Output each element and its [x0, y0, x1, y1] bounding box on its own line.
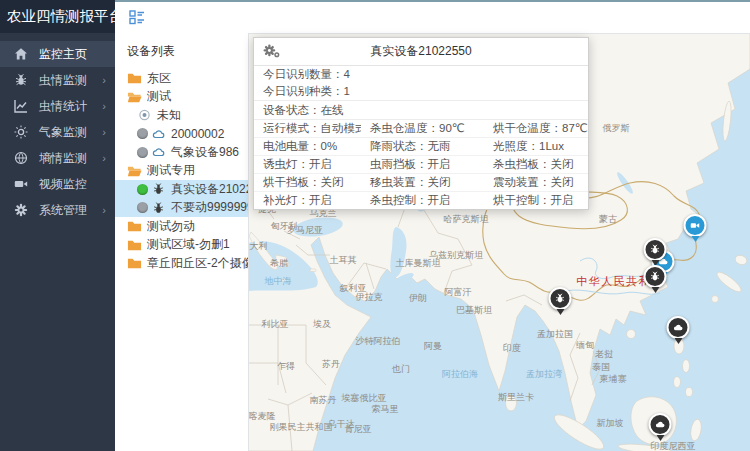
status-dot [137, 128, 148, 139]
tree-item-icon [127, 256, 142, 270]
status-dot [137, 184, 148, 195]
sidebar-item-label: 虫情监测 [39, 72, 87, 89]
sidebar-item[interactable]: 监控主页 › [0, 41, 115, 67]
detail-row: 电池电量：0% 降雨状态：无雨 光照度：1Lux [254, 138, 588, 156]
tree-item[interactable]: 未知 [115, 106, 248, 125]
tree-item-label: 不要动99999999 [171, 199, 248, 216]
sidebar-menu: 监控主页 › 虫情监测 › 虫情统计 › 气象监测 › 墒情监测 › 视频监控 [0, 33, 115, 223]
tree-item[interactable]: 测试勿动 [115, 217, 248, 236]
top-accent-strip [115, 0, 750, 2]
tree-item-label: 测试勿动 [147, 218, 195, 235]
tree-item-icon [127, 90, 142, 104]
tree-item[interactable]: 章丘阳丘区-2个摄像头 [115, 254, 248, 273]
sidebar-item[interactable]: 虫情监测 › [0, 67, 115, 93]
chevron-right-icon: › [102, 74, 106, 86]
popup-detail-grid: 运行模式：自动模式 杀虫仓温度：90℃ 烘干仓温度：87℃ 电池电量：0% 降雨… [254, 120, 588, 209]
sidebar-item-icon [14, 73, 28, 87]
detail-cell: 光照度：1Lux [484, 138, 588, 155]
marker-glyph-icon [555, 293, 566, 304]
tree-item-label: 章丘阳丘区-2个摄像头 [147, 255, 248, 272]
detail-cell: 烘干控制：开启 [484, 192, 588, 209]
summary-row: 今日识别种类：1 [254, 83, 588, 100]
detail-row: 补光灯：开启 杀虫控制：开启 烘干控制：开启 [254, 192, 588, 209]
marker-glyph-icon [655, 419, 666, 430]
device-list-title: 设备列表 [115, 33, 248, 69]
chevron-right-icon: › [102, 204, 106, 216]
map-marker-pin[interactable] [649, 413, 672, 436]
map-marker-pin[interactable] [684, 214, 707, 237]
detail-cell: 降雨状态：无雨 [361, 138, 484, 155]
tree-item[interactable]: 真实设备21022550 [115, 180, 248, 199]
tree-item[interactable]: 测试区域-勿删1 [115, 236, 248, 255]
tree-item-icon [127, 71, 142, 85]
sidebar-item-label: 视频监控 [39, 176, 87, 193]
map-marker-pin[interactable] [644, 265, 667, 288]
tree-item-label: 未知 [157, 107, 181, 124]
marker-glyph-icon [690, 220, 701, 231]
detail-row: 运行模式：自动模式 杀虫仓温度：90℃ 烘干仓温度：87℃ [254, 120, 588, 138]
tree-item-icon [137, 108, 152, 122]
chevron-right-icon: › [102, 152, 106, 164]
status-dot [137, 202, 148, 213]
map-marker-pin[interactable] [667, 316, 690, 339]
tree-item[interactable]: 东区 [115, 69, 248, 88]
top-bar [115, 0, 750, 34]
marker-glyph-icon [650, 244, 661, 255]
sidebar-item-icon [14, 151, 28, 165]
sidebar-item-icon [14, 47, 28, 61]
tree-item[interactable]: 测试专用 [115, 162, 248, 181]
device-tree: 东区 测试 未知 20000002 气象设备986 测试专用 [115, 69, 248, 273]
tree-item-icon [151, 145, 166, 159]
detail-cell: 杀虫挡板：关闭 [484, 156, 588, 173]
tree-item[interactable]: 不要动99999999 [115, 199, 248, 218]
sidebar-item[interactable]: 虫情统计 › [0, 93, 115, 119]
sidebar-item[interactable]: 系统管理 › [0, 197, 115, 223]
device-list-panel: 设备列表 东区 测试 未知 20000002 气象设备986 [115, 33, 249, 451]
tree-item-label: 测试区域-勿删1 [147, 236, 230, 253]
detail-cell: 震动装置：关闭 [484, 174, 588, 191]
tree-item-label: 东区 [147, 70, 171, 87]
detail-cell: 诱虫灯：开启 [254, 156, 361, 173]
detail-cell: 杀虫控制：开启 [361, 192, 484, 209]
map-marker-pin[interactable] [549, 287, 572, 310]
tree-item-label: 测试 [147, 88, 171, 105]
sidebar-item[interactable]: 气象监测 › [0, 119, 115, 145]
tree-item-label: 测试专用 [147, 162, 195, 179]
sidebar-item-icon [14, 177, 28, 191]
tree-item-label: 真实设备21022550 [171, 181, 248, 198]
popup-device-title: 真实设备21022550 [254, 43, 588, 60]
settings-gear-icon[interactable] [263, 44, 280, 59]
map-marker-pin[interactable] [644, 238, 667, 261]
device-info-popup: 真实设备21022550 今日识别数量：4今日识别种类：1 设备状态：在线 运行… [253, 37, 589, 210]
detail-cell: 电池电量：0% [254, 138, 361, 155]
popup-summary: 今日识别数量：4今日识别种类：1 [254, 66, 588, 100]
sidebar-item-label: 墒情监测 [39, 150, 87, 167]
sidebar-item-label: 气象监测 [39, 124, 87, 141]
sidebar-item[interactable]: 墒情监测 › [0, 145, 115, 171]
marker-glyph-icon [650, 271, 661, 282]
sidebar-item-label: 虫情统计 [39, 98, 87, 115]
popup-header: 真实设备21022550 [254, 38, 588, 66]
tree-item[interactable]: 气象设备986 [115, 143, 248, 162]
detail-cell: 补光灯：开启 [254, 192, 361, 209]
chevron-right-icon: › [102, 126, 106, 138]
detail-cell: 虫雨挡板：开启 [361, 156, 484, 173]
detail-cell: 杀虫仓温度：90℃ [361, 120, 484, 137]
tree-item[interactable]: 20000002 [115, 125, 248, 144]
summary-row: 今日识别数量：4 [254, 66, 588, 83]
sidebar-item-label: 系统管理 [39, 202, 87, 219]
detail-row: 烘干挡板：关闭 移虫装置：关闭 震动装置：关闭 [254, 174, 588, 192]
detail-cell: 烘干仓温度：87℃ [484, 120, 588, 137]
device-status-row: 设备状态：在线 [254, 100, 588, 120]
list-view-icon[interactable] [129, 9, 145, 25]
tree-item[interactable]: 测试 [115, 88, 248, 107]
tree-item-icon [127, 219, 142, 233]
tree-item-icon [151, 182, 166, 196]
sidebar-item-label: 监控主页 [39, 46, 87, 63]
sidebar-item-icon [14, 203, 28, 217]
sidebar-item[interactable]: 视频监控 › [0, 171, 115, 197]
sidebar-item-icon [14, 99, 28, 113]
detail-cell: 运行模式：自动模式 [254, 120, 361, 137]
detail-cell: 烘干挡板：关闭 [254, 174, 361, 191]
tree-item-icon [127, 238, 142, 252]
